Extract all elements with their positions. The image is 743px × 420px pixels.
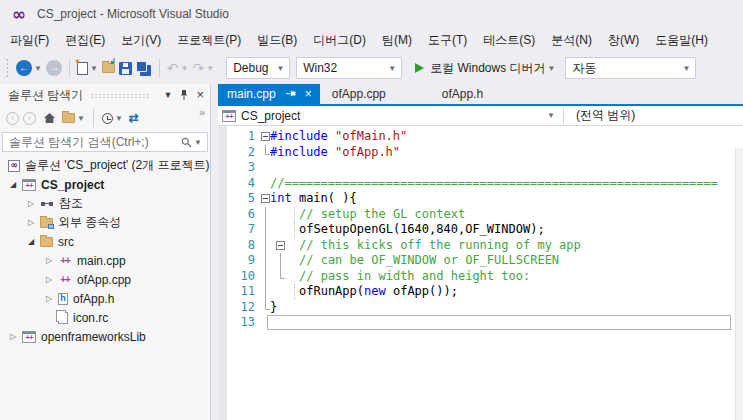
code-line-3[interactable]: 3 bbox=[218, 160, 743, 176]
sync-active-document-button[interactable]: ⇄ bbox=[129, 112, 139, 124]
code-line-6[interactable]: 6// setup the GL context bbox=[218, 207, 743, 223]
close-icon: × bbox=[305, 87, 312, 101]
code-line-5[interactable]: 5int main( ){ bbox=[218, 191, 743, 207]
collapsed-arrow-icon[interactable]: ▷ bbox=[44, 294, 58, 303]
indent-guide bbox=[294, 284, 295, 300]
open-file-button[interactable] bbox=[102, 63, 115, 73]
home-button[interactable] bbox=[43, 112, 56, 124]
panel-menu-button[interactable]: ▼ bbox=[163, 90, 172, 100]
vertical-scrollbar[interactable] bbox=[735, 148, 743, 420]
redo-button[interactable]: ↷▼ bbox=[193, 61, 215, 75]
code-token: // can be OF_WINDOW or OF_FULLSCREEN bbox=[299, 253, 559, 267]
solution-search-input[interactable]: 솔루션 탐색기 검색(Ctrl+;) ▼ bbox=[2, 132, 208, 152]
code-line-11[interactable]: 11ofRunApp(new ofApp()); bbox=[218, 284, 743, 300]
collapsed-arrow-icon[interactable]: ▷ bbox=[26, 199, 40, 208]
tab-ofApp-h[interactable]: ofApp.h bbox=[430, 84, 540, 104]
code-text: // this kicks off the running of my app bbox=[261, 238, 732, 254]
tree-item-외부-종속성[interactable]: ▷외부 종속성 bbox=[0, 213, 210, 232]
expanded-arrow-icon[interactable]: ◢ bbox=[8, 180, 22, 189]
tab-main-cpp[interactable]: main.cpp× bbox=[218, 84, 320, 104]
collapse-box-icon[interactable] bbox=[261, 194, 270, 203]
toolbar-grip[interactable] bbox=[5, 58, 10, 78]
menu-item-9[interactable]: 분석(N) bbox=[543, 28, 600, 52]
outline-bar bbox=[265, 207, 266, 223]
code-line-body: // this kicks off the running of my app bbox=[261, 238, 732, 254]
project-scope-dropdown[interactable]: ++ CS_project ▼ bbox=[218, 106, 563, 125]
navigate-back-button[interactable]: ←▼ bbox=[16, 60, 42, 76]
chevron-down-icon: ▼ bbox=[547, 111, 555, 120]
collapse-box-icon[interactable] bbox=[261, 132, 270, 141]
code-line-10[interactable]: 10// pass in width and height too: bbox=[218, 269, 743, 285]
tree-forward-button[interactable]: › bbox=[23, 112, 36, 125]
menu-item-1[interactable]: 편집(E) bbox=[57, 28, 113, 52]
code-token: // pass in width and height too: bbox=[299, 269, 530, 283]
configuration-dropdown[interactable]: Debug▼ bbox=[226, 57, 290, 79]
solution-explorer-header[interactable]: 솔루션 탐색기 ▼ × bbox=[0, 84, 210, 106]
menu-item-11[interactable]: 도움말(H) bbox=[647, 28, 716, 52]
expanded-arrow-icon[interactable]: ◢ bbox=[26, 237, 40, 246]
tree-item-cs-project[interactable]: ◢++CS_project bbox=[0, 175, 210, 194]
panel-drag-texture[interactable] bbox=[90, 93, 149, 99]
collapsed-arrow-icon[interactable]: ▷ bbox=[44, 256, 58, 265]
tree-item-참조[interactable]: ▷참조 bbox=[0, 194, 210, 213]
save-all-button[interactable] bbox=[136, 61, 152, 76]
chevron-down-icon: ▼ bbox=[206, 64, 214, 73]
navigate-forward-button[interactable]: → bbox=[46, 60, 62, 76]
pin-panel-button[interactable] bbox=[179, 89, 189, 101]
tree-item-ofapp-h[interactable]: ▷hofApp.h bbox=[0, 289, 210, 308]
code-line-12[interactable]: 12} bbox=[218, 300, 743, 316]
menu-item-0[interactable]: 파일(F) bbox=[2, 28, 57, 52]
tree-item-ofapp-cpp[interactable]: ▷++ofApp.cpp bbox=[0, 270, 210, 289]
code-line-13[interactable]: 13 bbox=[218, 315, 743, 331]
code-line-body: #include "ofApp.h" bbox=[261, 145, 732, 161]
switch-views-button[interactable]: ▼ bbox=[62, 113, 85, 123]
code-line-4[interactable]: 4//=====================================… bbox=[218, 176, 743, 192]
line-number: 6 bbox=[227, 207, 255, 223]
menu-item-8[interactable]: 테스트(S) bbox=[475, 28, 543, 52]
code-line-1[interactable]: 1#include "ofMain.h" bbox=[218, 129, 743, 145]
tree-item-icon-rc[interactable]: icon.rc bbox=[0, 308, 210, 327]
code-editor-surface[interactable]: 1#include "ofMain.h"2#include "ofApp.h"3… bbox=[218, 126, 743, 420]
menu-item-7[interactable]: 도구(T) bbox=[420, 28, 475, 52]
collapsed-arrow-icon[interactable]: ▷ bbox=[44, 275, 58, 284]
watch-dropdown[interactable]: 자동▼ bbox=[565, 57, 696, 79]
menu-item-10[interactable]: 창(W) bbox=[600, 28, 647, 52]
undo-button[interactable]: ↶▼ bbox=[167, 61, 189, 75]
collapse-box-icon[interactable] bbox=[276, 241, 285, 250]
outline-bar bbox=[265, 284, 266, 300]
new-file-button[interactable]: ▼ bbox=[77, 62, 98, 75]
tree-item-openframeworkslib[interactable]: ▷++openframeworksLib bbox=[0, 327, 210, 346]
platform-dropdown[interactable]: Win32▼ bbox=[296, 57, 402, 79]
tab-ofApp-cpp[interactable]: ofApp.cpp bbox=[320, 84, 430, 104]
menu-item-5[interactable]: 디버그(D) bbox=[305, 28, 374, 52]
pin-tab-button[interactable] bbox=[285, 89, 297, 99]
collapsed-arrow-icon[interactable]: ▷ bbox=[26, 218, 40, 227]
tree-item-솔루션-cs-project-2개-프로젝트-[interactable]: ∞솔루션 'CS_project' (2개 프로젝트) bbox=[0, 156, 210, 175]
back-arrow-icon: ← bbox=[16, 60, 32, 76]
menu-item-4[interactable]: 빌드(B) bbox=[249, 28, 305, 52]
code-line-2[interactable]: 2#include "ofApp.h" bbox=[218, 145, 743, 161]
tab-label: ofApp.cpp bbox=[332, 87, 386, 101]
collapsed-arrow-icon[interactable]: ▷ bbox=[8, 332, 22, 341]
tree-back-button[interactable]: ‹ bbox=[6, 112, 19, 125]
pending-changes-filter-button[interactable]: ▼ bbox=[102, 113, 123, 124]
start-debug-button[interactable]: 로컬 Windows 디버거▼ bbox=[407, 60, 555, 77]
play-icon bbox=[415, 63, 424, 73]
sync-icon: ⇄ bbox=[129, 112, 139, 124]
code-line-7[interactable]: 7ofSetupOpenGL(1640,840,OF_WINDOW); bbox=[218, 222, 743, 238]
save-button[interactable] bbox=[119, 62, 132, 75]
close-panel-button[interactable]: × bbox=[196, 89, 204, 101]
chevron-left-icon: ‹ bbox=[11, 114, 14, 123]
tree-item-src[interactable]: ◢src bbox=[0, 232, 210, 251]
main-toolbar: ←▼ → ▼ ↶▼ ↷▼ Debug▼ Win32▼ 로컬 Windows 디버… bbox=[0, 52, 743, 84]
toolbar-overflow-button[interactable]: » bbox=[199, 106, 205, 118]
code-line-9[interactable]: 9// can be OF_WINDOW or OF_FULLSCREEN bbox=[218, 253, 743, 269]
menu-item-6[interactable]: 팀(M) bbox=[374, 28, 420, 52]
menu-item-3[interactable]: 프로젝트(P) bbox=[169, 28, 249, 52]
tree-item-main-cpp[interactable]: ▷++main.cpp bbox=[0, 251, 210, 270]
code-line-8[interactable]: 8// this kicks off the running of my app bbox=[218, 238, 743, 254]
debugger-label: 로컬 Windows 디버거 bbox=[430, 60, 545, 77]
close-tab-button[interactable]: × bbox=[305, 88, 312, 100]
scope-dropdown[interactable]: (전역 범위) bbox=[576, 107, 635, 124]
menu-item-2[interactable]: 보기(V) bbox=[113, 28, 169, 52]
